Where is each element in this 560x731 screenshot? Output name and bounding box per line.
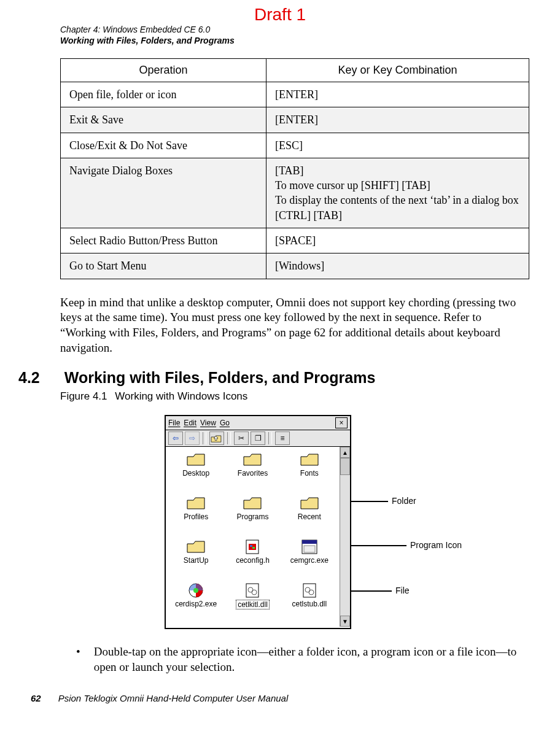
list-item: • Double-tap on the appropriate icon—eit… — [76, 644, 529, 675]
item-label: StartUp — [184, 556, 209, 565]
dll-file-icon — [300, 582, 319, 598]
file-explorer-content: Desktop Favorites Fonts Profiles Program… — [166, 447, 340, 627]
list-item[interactable]: cetlstub.dll — [282, 582, 337, 625]
figure-title: Working with Windows Icons — [115, 390, 247, 402]
item-label: Recent — [298, 512, 321, 521]
callout-label-folder: Folder — [392, 496, 416, 506]
scroll-thumb[interactable] — [340, 458, 350, 475]
table-row: Open file, folder or icon[ENTER] — [61, 82, 529, 107]
scrollbar[interactable]: ▲ ▼ — [340, 447, 350, 627]
back-button[interactable]: ⇦ — [168, 431, 183, 445]
toolbar-separator — [203, 432, 206, 444]
list-item[interactable]: ceconfig.h — [225, 539, 280, 581]
key-cell: [Windows] — [266, 253, 529, 279]
item-label: Fonts — [300, 469, 319, 478]
item-label: cetlkitl.dll — [236, 600, 270, 609]
running-header: Chapter 4: Windows Embedded CE 6.0 Worki… — [60, 25, 529, 46]
table-header-key: Key or Key Combination — [266, 59, 529, 82]
instruction-list: • Double-tap on the appropriate icon—eit… — [60, 644, 529, 675]
scroll-up-arrow-icon[interactable]: ▲ — [340, 447, 350, 458]
item-label: cemgrc.exe — [290, 556, 329, 565]
folder-icon — [186, 452, 206, 468]
folder-icon — [186, 539, 206, 555]
key-cell: [ESC] — [266, 133, 529, 158]
folder-up-icon — [210, 430, 224, 446]
op-cell: Select Radio Button/Press Button — [61, 228, 266, 253]
figure-number: Figure 4.1 — [60, 390, 107, 402]
item-label: Profiles — [184, 512, 208, 521]
list-item[interactable]: cerdisp2.exe — [168, 582, 224, 625]
list-item[interactable]: Desktop — [168, 452, 224, 494]
key-cell: [ENTER] — [266, 82, 529, 107]
list-item[interactable]: Profiles — [168, 495, 224, 538]
menu-file[interactable]: File — [168, 419, 180, 427]
table-row: Go to Start Menu[Windows] — [61, 253, 529, 279]
menu-go[interactable]: Go — [220, 419, 230, 427]
toolbar-separator — [227, 432, 231, 444]
figure-area: Folder Program Icon File File Edit View … — [60, 415, 529, 642]
close-button[interactable]: × — [335, 417, 348, 428]
svg-point-8 — [193, 588, 198, 593]
folder-icon — [300, 495, 319, 511]
menu-bar: File Edit View Go × — [166, 416, 350, 430]
copy-button[interactable]: ❐ — [251, 431, 265, 445]
table-row: Close/Exit & Do Not Save[ESC] — [61, 133, 529, 158]
menu-view[interactable]: View — [200, 419, 216, 427]
svg-rect-2 — [250, 545, 252, 547]
folder-icon — [186, 495, 206, 511]
svg-rect-3 — [252, 547, 255, 549]
op-cell: Open file, folder or icon — [61, 82, 266, 107]
svg-rect-5 — [302, 540, 317, 544]
up-button[interactable] — [209, 431, 224, 445]
list-item[interactable]: StartUp — [168, 539, 224, 581]
scroll-down-arrow-icon[interactable]: ▼ — [340, 616, 350, 627]
properties-button[interactable]: ≡ — [275, 431, 290, 445]
callout-label-program: Program Icon — [410, 540, 462, 550]
item-label: Desktop — [182, 469, 209, 478]
list-item[interactable]: Programs — [225, 495, 280, 538]
item-label: ceconfig.h — [236, 556, 270, 565]
footer-title: Psion Teklogix Omnii Hand-Held Computer … — [58, 693, 289, 703]
header-section: Working with Files, Folders, and Program… — [60, 36, 529, 47]
list-item[interactable]: Favorites — [225, 452, 280, 494]
file-explorer-window: File Edit View Go × ⇦ ⇨ ✂ ❐ — [165, 415, 351, 629]
toolbar: ⇦ ⇨ ✂ ❐ ≡ — [166, 430, 350, 447]
folder-icon — [243, 452, 262, 468]
list-item[interactable]: cetlkitl.dll — [225, 582, 280, 625]
program-icon — [300, 539, 319, 555]
op-cell: Go to Start Menu — [61, 253, 266, 279]
section-title: Working with Files, Folders, and Program… — [64, 369, 376, 387]
instruction-text: Double-tap on the appropriate icon—eithe… — [94, 644, 529, 675]
key-cell: [TAB] To move cursor up [SHIFT] [TAB] To… — [266, 158, 529, 228]
table-row: Select Radio Button/Press Button[SPACE] — [61, 228, 529, 253]
exe-icon — [186, 582, 206, 598]
dll-file-icon — [243, 582, 262, 598]
shortcuts-table: Operation Key or Key Combination Open fi… — [60, 58, 529, 279]
callout-label-file: File — [395, 586, 410, 595]
item-label: cerdisp2.exe — [175, 600, 217, 608]
item-label: cetlstub.dll — [292, 600, 327, 608]
toolbar-separator — [268, 432, 272, 444]
item-label: Programs — [236, 512, 268, 521]
header-chapter: Chapter 4: Windows Embedded CE 6.0 — [60, 25, 529, 36]
cut-button[interactable]: ✂ — [234, 431, 249, 445]
list-item[interactable]: Recent — [282, 495, 337, 538]
paragraph-keyboard-note: Keep in mind that unlike a desktop compu… — [60, 295, 529, 356]
h-file-icon — [243, 539, 262, 555]
folder-icon — [243, 495, 262, 511]
table-row: Exit & Save[ENTER] — [61, 107, 529, 133]
list-item[interactable]: Fonts — [282, 452, 337, 494]
op-cell: Close/Exit & Do Not Save — [61, 133, 266, 158]
svg-rect-6 — [304, 546, 315, 552]
menu-edit[interactable]: Edit — [184, 419, 196, 427]
op-cell: Navigate Dialog Boxes — [61, 158, 266, 228]
table-row: Navigate Dialog Boxes[TAB] To move curso… — [61, 158, 529, 228]
forward-button[interactable]: ⇨ — [185, 431, 200, 445]
folder-icon — [300, 452, 319, 468]
list-item[interactable]: cemgrc.exe — [282, 539, 337, 581]
section-heading: 4.2 Working with Files, Folders, and Pro… — [18, 369, 529, 387]
item-label: Favorites — [238, 469, 268, 478]
bullet-icon: • — [76, 644, 80, 675]
key-cell: [ENTER] — [266, 107, 529, 133]
table-header-operation: Operation — [61, 59, 266, 82]
